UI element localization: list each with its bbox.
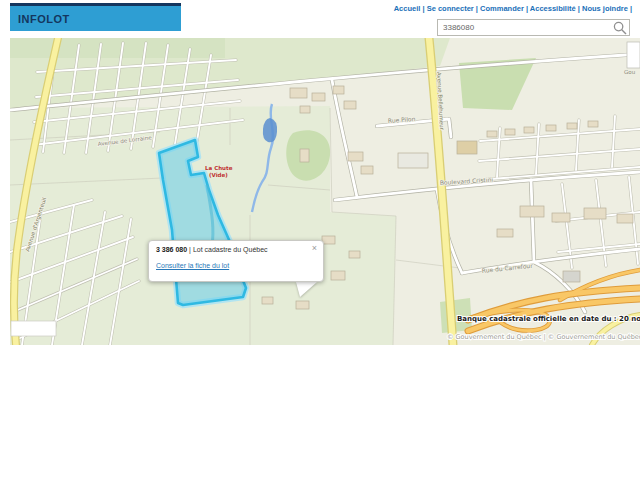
scale-widget <box>11 321 56 336</box>
nav-link-nous-joindre[interactable]: Nous joindre <box>582 4 628 13</box>
nav-separator: | <box>628 4 632 13</box>
lot-sheet-link[interactable]: Consulter la fiche du lot <box>156 262 229 269</box>
lot-title-text: Lot cadastre du Québec <box>193 246 268 253</box>
search-box <box>437 19 630 36</box>
nav-link-commander[interactable]: Commander <box>480 4 524 13</box>
lot-popup: 3 386 080 | Lot cadastre du Québec × Con… <box>148 240 324 282</box>
popup-close-icon[interactable]: × <box>312 244 317 253</box>
red-annotation-line2: (Vide) <box>209 172 228 178</box>
map-copyright: © Gouvernement du Québec | © Gouvernemen… <box>447 333 640 341</box>
corner-widget-label: Gou <box>624 69 635 75</box>
top-nav: Accueil | Se connecter | Commander | Acc… <box>394 4 632 13</box>
infolot-page: INFOLOT Accueil | Se connecter | Command… <box>0 0 640 480</box>
red-annotation-line1: La Chute <box>205 165 233 171</box>
cadastre-status-line: Banque cadastrale officielle en date du … <box>457 315 640 323</box>
lot-title-separator: | <box>189 246 191 253</box>
search-icon[interactable] <box>613 21 627 35</box>
map-viewport[interactable]: Rue Pilon Boulevard Cristini Rue du Carr… <box>10 38 640 345</box>
brand-title: INFOLOT <box>10 13 70 25</box>
map-canvas: Rue Pilon Boulevard Cristini Rue du Carr… <box>10 38 640 345</box>
brand-logo[interactable]: INFOLOT <box>10 3 181 31</box>
nav-link-accueil[interactable]: Accueil <box>394 4 421 13</box>
nav-link-accessibilit-[interactable]: Accessibilité <box>530 4 576 13</box>
lot-number: 3 386 080 <box>156 246 187 253</box>
corner-widget <box>627 42 640 68</box>
nav-link-se-connecter[interactable]: Se connecter <box>427 4 474 13</box>
search-input[interactable] <box>438 20 608 35</box>
popup-tail <box>296 282 317 297</box>
lot-popup-title: 3 386 080 | Lot cadastre du Québec <box>156 246 316 253</box>
